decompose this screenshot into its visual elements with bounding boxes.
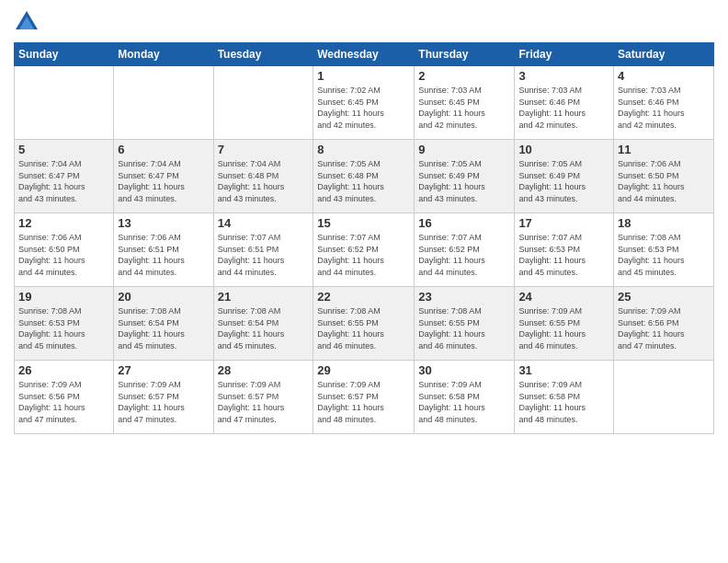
calendar-cell: 15Sunrise: 7:07 AM Sunset: 6:52 PM Dayli…: [313, 213, 415, 287]
day-number: 13: [118, 216, 209, 230]
day-number: 4: [618, 69, 710, 83]
calendar-cell: 19Sunrise: 7:08 AM Sunset: 6:53 PM Dayli…: [15, 287, 114, 361]
calendar-cell: 16Sunrise: 7:07 AM Sunset: 6:52 PM Dayli…: [415, 213, 515, 287]
day-info: Sunrise: 7:04 AM Sunset: 6:48 PM Dayligh…: [218, 158, 310, 204]
logo-icon: [14, 9, 40, 35]
day-number: 6: [118, 143, 209, 156]
day-number: 25: [618, 290, 710, 304]
day-number: 12: [18, 216, 109, 230]
calendar-cell: 26Sunrise: 7:09 AM Sunset: 6:56 PM Dayli…: [15, 361, 114, 434]
day-info: Sunrise: 7:09 AM Sunset: 6:57 PM Dayligh…: [218, 379, 310, 425]
day-number: 21: [218, 290, 310, 304]
week-row-3: 12Sunrise: 7:06 AM Sunset: 6:50 PM Dayli…: [15, 213, 714, 287]
calendar-cell: [614, 361, 714, 434]
day-info: Sunrise: 7:03 AM Sunset: 6:46 PM Dayligh…: [518, 85, 609, 131]
calendar-cell: 1Sunrise: 7:02 AM Sunset: 6:45 PM Daylig…: [313, 66, 415, 140]
calendar-cell: 20Sunrise: 7:08 AM Sunset: 6:54 PM Dayli…: [114, 287, 213, 361]
day-number: 3: [518, 69, 609, 83]
calendar-cell: 6Sunrise: 7:04 AM Sunset: 6:47 PM Daylig…: [114, 140, 213, 213]
calendar-cell: 14Sunrise: 7:07 AM Sunset: 6:51 PM Dayli…: [213, 213, 313, 287]
calendar-cell: 3Sunrise: 7:03 AM Sunset: 6:46 PM Daylig…: [515, 66, 614, 140]
day-number: 26: [18, 363, 109, 377]
day-number: 28: [218, 363, 310, 377]
day-info: Sunrise: 7:05 AM Sunset: 6:49 PM Dayligh…: [418, 158, 510, 204]
calendar-cell: 18Sunrise: 7:08 AM Sunset: 6:53 PM Dayli…: [614, 213, 714, 287]
day-number: 27: [118, 363, 209, 377]
day-info: Sunrise: 7:07 AM Sunset: 6:52 PM Dayligh…: [317, 232, 410, 278]
day-number: 5: [18, 143, 109, 156]
day-info: Sunrise: 7:09 AM Sunset: 6:55 PM Dayligh…: [518, 305, 609, 351]
calendar-cell: 31Sunrise: 7:09 AM Sunset: 6:58 PM Dayli…: [515, 361, 614, 434]
calendar-cell: 13Sunrise: 7:06 AM Sunset: 6:51 PM Dayli…: [114, 213, 213, 287]
day-info: Sunrise: 7:09 AM Sunset: 6:58 PM Dayligh…: [518, 379, 609, 425]
header-cell-wednesday: Wednesday: [313, 43, 415, 66]
header-cell-sunday: Sunday: [15, 43, 114, 66]
calendar-cell: 2Sunrise: 7:03 AM Sunset: 6:45 PM Daylig…: [415, 66, 515, 140]
calendar-cell: 25Sunrise: 7:09 AM Sunset: 6:56 PM Dayli…: [614, 287, 714, 361]
week-row-4: 19Sunrise: 7:08 AM Sunset: 6:53 PM Dayli…: [15, 287, 714, 361]
day-info: Sunrise: 7:07 AM Sunset: 6:52 PM Dayligh…: [418, 232, 510, 278]
calendar-cell: [213, 66, 313, 140]
day-info: Sunrise: 7:05 AM Sunset: 6:49 PM Dayligh…: [518, 158, 609, 204]
calendar-cell: 9Sunrise: 7:05 AM Sunset: 6:49 PM Daylig…: [415, 140, 515, 213]
calendar-cell: 5Sunrise: 7:04 AM Sunset: 6:47 PM Daylig…: [15, 140, 114, 213]
day-info: Sunrise: 7:08 AM Sunset: 6:53 PM Dayligh…: [18, 305, 109, 351]
day-number: 15: [317, 216, 410, 230]
day-info: Sunrise: 7:07 AM Sunset: 6:51 PM Dayligh…: [218, 232, 310, 278]
calendar-cell: 10Sunrise: 7:05 AM Sunset: 6:49 PM Dayli…: [515, 140, 614, 213]
day-number: 31: [518, 363, 609, 377]
header-cell-monday: Monday: [114, 43, 213, 66]
day-number: 20: [118, 290, 209, 304]
day-info: Sunrise: 7:08 AM Sunset: 6:53 PM Dayligh…: [618, 232, 710, 278]
day-info: Sunrise: 7:09 AM Sunset: 6:57 PM Dayligh…: [118, 379, 209, 425]
calendar-cell: 12Sunrise: 7:06 AM Sunset: 6:50 PM Dayli…: [15, 213, 114, 287]
calendar-cell: [114, 66, 213, 140]
calendar-cell: 30Sunrise: 7:09 AM Sunset: 6:58 PM Dayli…: [415, 361, 515, 434]
day-info: Sunrise: 7:09 AM Sunset: 6:56 PM Dayligh…: [618, 305, 710, 351]
day-info: Sunrise: 7:05 AM Sunset: 6:48 PM Dayligh…: [317, 158, 410, 204]
day-info: Sunrise: 7:08 AM Sunset: 6:55 PM Dayligh…: [418, 305, 510, 351]
day-info: Sunrise: 7:09 AM Sunset: 6:57 PM Dayligh…: [317, 379, 410, 425]
day-info: Sunrise: 7:06 AM Sunset: 6:50 PM Dayligh…: [618, 158, 710, 204]
day-info: Sunrise: 7:03 AM Sunset: 6:45 PM Dayligh…: [418, 85, 510, 131]
day-info: Sunrise: 7:06 AM Sunset: 6:50 PM Dayligh…: [18, 232, 109, 278]
calendar-header: SundayMondayTuesdayWednesdayThursdayFrid…: [15, 43, 714, 66]
day-info: Sunrise: 7:08 AM Sunset: 6:54 PM Dayligh…: [218, 305, 310, 351]
day-info: Sunrise: 7:09 AM Sunset: 6:56 PM Dayligh…: [18, 379, 109, 425]
day-info: Sunrise: 7:03 AM Sunset: 6:46 PM Dayligh…: [618, 85, 710, 131]
day-number: 22: [317, 290, 410, 304]
calendar-cell: 27Sunrise: 7:09 AM Sunset: 6:57 PM Dayli…: [114, 361, 213, 434]
calendar-cell: 7Sunrise: 7:04 AM Sunset: 6:48 PM Daylig…: [213, 140, 313, 213]
calendar-cell: 23Sunrise: 7:08 AM Sunset: 6:55 PM Dayli…: [415, 287, 515, 361]
day-info: Sunrise: 7:08 AM Sunset: 6:55 PM Dayligh…: [317, 305, 410, 351]
day-number: 8: [317, 143, 410, 156]
week-row-1: 1Sunrise: 7:02 AM Sunset: 6:45 PM Daylig…: [15, 66, 714, 140]
day-number: 16: [418, 216, 510, 230]
header-cell-thursday: Thursday: [415, 43, 515, 66]
day-number: 30: [418, 363, 510, 377]
header-row: SundayMondayTuesdayWednesdayThursdayFrid…: [15, 43, 714, 66]
day-info: Sunrise: 7:09 AM Sunset: 6:58 PM Dayligh…: [418, 379, 510, 425]
week-row-2: 5Sunrise: 7:04 AM Sunset: 6:47 PM Daylig…: [15, 140, 714, 213]
calendar-cell: 24Sunrise: 7:09 AM Sunset: 6:55 PM Dayli…: [515, 287, 614, 361]
header: [14, 9, 714, 35]
header-cell-tuesday: Tuesday: [213, 43, 313, 66]
day-number: 18: [618, 216, 710, 230]
page: SundayMondayTuesdayWednesdayThursdayFrid…: [0, 0, 728, 563]
calendar-cell: 28Sunrise: 7:09 AM Sunset: 6:57 PM Dayli…: [213, 361, 313, 434]
day-number: 19: [18, 290, 109, 304]
calendar-cell: 29Sunrise: 7:09 AM Sunset: 6:57 PM Dayli…: [313, 361, 415, 434]
day-info: Sunrise: 7:08 AM Sunset: 6:54 PM Dayligh…: [118, 305, 209, 351]
day-info: Sunrise: 7:02 AM Sunset: 6:45 PM Dayligh…: [317, 85, 410, 131]
day-number: 1: [317, 69, 410, 83]
week-row-5: 26Sunrise: 7:09 AM Sunset: 6:56 PM Dayli…: [15, 361, 714, 434]
day-number: 11: [618, 143, 710, 156]
day-info: Sunrise: 7:06 AM Sunset: 6:51 PM Dayligh…: [118, 232, 209, 278]
day-number: 23: [418, 290, 510, 304]
day-number: 7: [218, 143, 310, 156]
calendar-table: SundayMondayTuesdayWednesdayThursdayFrid…: [14, 42, 714, 434]
header-cell-saturday: Saturday: [614, 43, 714, 66]
day-info: Sunrise: 7:04 AM Sunset: 6:47 PM Dayligh…: [18, 158, 109, 204]
calendar-cell: 4Sunrise: 7:03 AM Sunset: 6:46 PM Daylig…: [614, 66, 714, 140]
day-info: Sunrise: 7:04 AM Sunset: 6:47 PM Dayligh…: [118, 158, 209, 204]
